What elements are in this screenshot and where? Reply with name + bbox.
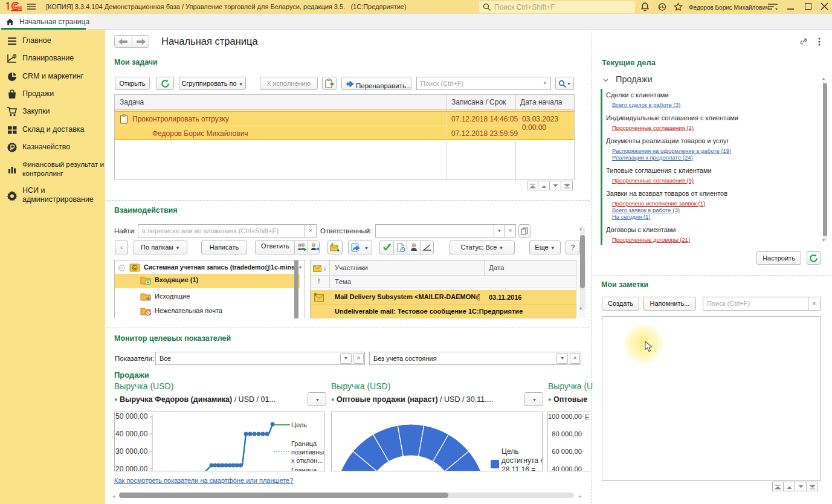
svg-text:х отклон...: х отклон... — [291, 457, 323, 464]
svg-text:50 000,00: 50 000,00 — [115, 412, 148, 421]
svg-text:100 000,00: 100 000,00 — [548, 413, 582, 420]
svg-text:20 000,00: 20 000,00 — [115, 465, 148, 471]
svg-text:80 000,00: 80 000,00 — [552, 430, 582, 438]
svg-text:28.11.16 =: 28.11.16 = — [501, 465, 535, 471]
svg-text:позитивны: позитивны — [291, 448, 324, 456]
svg-text:30 000,00: 30 000,00 — [115, 447, 148, 456]
svg-text:Граница: Граница — [291, 467, 317, 471]
svg-text:Р: Р — [14, 54, 16, 58]
svg-text:60 000,00: 60 000,00 — [552, 448, 582, 455]
svg-text:40 000,00: 40 000,00 — [115, 430, 148, 438]
svg-text:Цель: Цель — [291, 421, 307, 428]
svg-text:Граница: Граница — [291, 440, 317, 447]
svg-text:достигнута на: достигнута на — [501, 456, 542, 465]
svg-text:Е: Е — [585, 413, 590, 421]
svg-text:40 000,00: 40 000,00 — [552, 465, 582, 471]
svg-text:Цель: Цель — [501, 447, 518, 456]
